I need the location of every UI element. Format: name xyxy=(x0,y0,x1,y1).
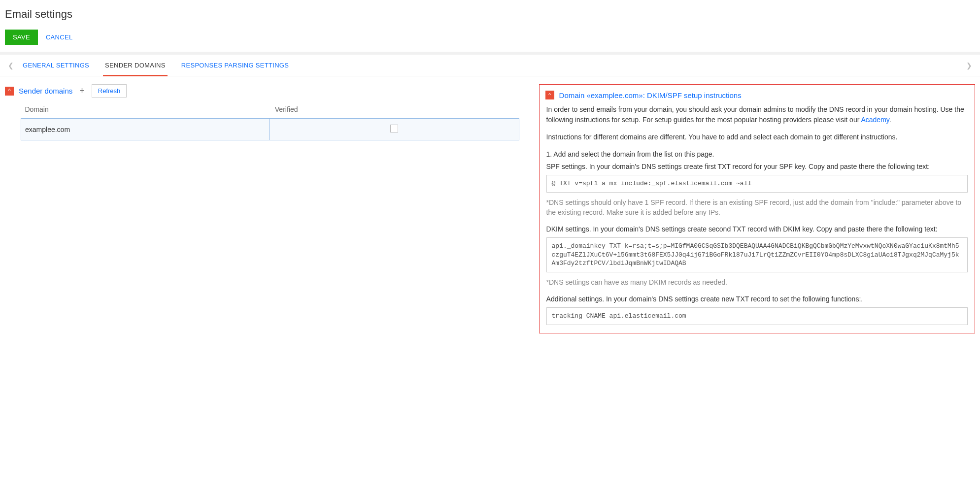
verified-cell xyxy=(270,119,519,140)
additional-code-block[interactable]: tracking CNAME api.elasticemail.com xyxy=(546,307,968,325)
table-row[interactable]: examplee.com xyxy=(21,119,519,140)
domain-cell: examplee.com xyxy=(21,119,270,140)
table-header-domain: Domain xyxy=(21,102,270,119)
cancel-button[interactable]: CANCEL xyxy=(46,33,73,41)
page-title: Email settings xyxy=(5,8,975,21)
intro-text-end: . xyxy=(889,116,891,124)
add-domain-icon[interactable]: + xyxy=(77,86,87,96)
instructions-step1: 1. Add and select the domain from the li… xyxy=(546,149,968,160)
instructions-intro: In order to send emails from your domain… xyxy=(546,104,968,125)
spf-code-block[interactable]: @ TXT v=spf1 a mx include:_spf.elasticem… xyxy=(546,175,968,193)
dkim-label: DKIM settings. In your domain's DNS sett… xyxy=(546,224,968,234)
refresh-button[interactable]: Refresh xyxy=(92,84,127,98)
dkim-note: *DNS settings can have as many DKIM reco… xyxy=(546,277,968,287)
academy-link[interactable]: Academy xyxy=(861,116,889,124)
instructions-intro2: Instructions for different domains are d… xyxy=(546,132,968,142)
spf-label: SPF settings. In your domain's DNS setti… xyxy=(546,162,968,172)
table-header-verified: Verified xyxy=(270,102,519,119)
intro-text: In order to send emails from your domain… xyxy=(546,105,964,124)
sender-domains-panel-title[interactable]: Sender domains xyxy=(19,87,72,95)
verified-checkbox[interactable] xyxy=(390,125,398,132)
domains-table: Domain Verified examplee.com xyxy=(21,102,519,140)
chevron-right-icon[interactable]: ❯ xyxy=(963,62,975,69)
spf-note: *DNS settings should only have 1 SPF rec… xyxy=(546,197,968,218)
instructions-panel: ^ Domain «examplee.com»: DKIM/SPF setup … xyxy=(539,84,975,333)
dkim-code-block[interactable]: api._domainkey TXT k=rsa;t=s;p=MIGfMA0GC… xyxy=(546,237,968,272)
additional-label: Additional settings. In your domain's DN… xyxy=(546,294,968,304)
collapse-toggle-icon[interactable]: ^ xyxy=(545,91,554,99)
tab-responses-parsing[interactable]: RESPONSES PARSING SETTINGS xyxy=(179,55,291,76)
collapse-toggle-icon[interactable]: ^ xyxy=(5,87,14,96)
tab-sender-domains[interactable]: SENDER DOMAINS xyxy=(103,55,168,76)
save-button[interactable]: SAVE xyxy=(5,30,38,45)
instructions-title[interactable]: Domain «examplee.com»: DKIM/SPF setup in… xyxy=(559,91,742,99)
tab-general-settings[interactable]: GENERAL SETTINGS xyxy=(21,55,91,76)
chevron-left-icon[interactable]: ❮ xyxy=(5,62,17,69)
